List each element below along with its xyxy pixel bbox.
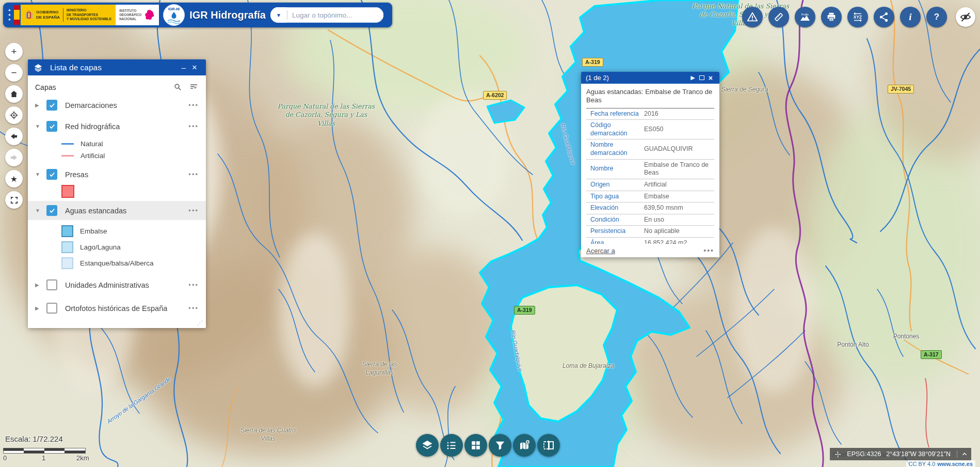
elevation-profile-button[interactable]: Profile xyxy=(795,7,815,27)
attribute-row: Elevación639,50 msnm xyxy=(586,203,714,214)
basemap-button[interactable] xyxy=(513,434,536,457)
layer-row-red-hidrografica[interactable]: ▼ Red hidrográfica ••• xyxy=(28,117,206,136)
layer-row-aguas-estancadas[interactable]: ▼ Aguas estancadas ••• xyxy=(28,201,206,220)
attribution-link[interactable]: www.scne.es xyxy=(937,461,973,467)
share-icon xyxy=(878,11,890,23)
legend-button[interactable] xyxy=(440,434,463,457)
epsg-label[interactable]: EPSG:4326 xyxy=(847,450,881,458)
layer-menu-dots[interactable]: ••• xyxy=(188,304,199,312)
panel-resize-grip[interactable]: ⋰ xyxy=(197,320,203,326)
layer-menu-dots[interactable]: ••• xyxy=(188,170,199,178)
panel-title: Lista de capas xyxy=(50,63,179,72)
attribute-row: Tipo aguaEmbalse xyxy=(586,191,714,203)
popup-close-button[interactable]: × xyxy=(706,74,715,82)
scale-bar xyxy=(3,448,86,454)
svg-text:XYZ: XYZ xyxy=(854,14,862,20)
info-button[interactable]: i xyxy=(900,7,921,27)
attribution: CC BY 4.0 www.scne.es xyxy=(906,460,975,467)
search-icon[interactable] xyxy=(173,83,182,91)
attr-value: GUADALQUIVIR xyxy=(644,145,693,153)
checkbox-ortofotos[interactable] xyxy=(46,303,57,314)
expander-icon[interactable]: ▶ xyxy=(35,305,46,311)
expander-icon[interactable]: ▼ xyxy=(35,208,46,213)
popup-feature-title: Aguas estancadas: Embalse de Tranco de B… xyxy=(586,88,714,108)
swipe-compare-button[interactable] xyxy=(537,434,560,457)
attribute-row: Código demarcaciónES050 xyxy=(586,120,714,139)
expander-icon[interactable]: ▼ xyxy=(35,123,46,129)
expander-icon[interactable]: ▼ xyxy=(35,172,46,177)
mouse-coordinates: 2°43’18”W 38°09’21”N xyxy=(886,450,951,458)
geolocate-button[interactable] xyxy=(5,106,23,124)
full-extent-button[interactable] xyxy=(5,191,23,209)
checkbox-aguas-estancadas[interactable] xyxy=(46,205,57,216)
capas-header-row: Capas xyxy=(28,82,206,96)
checkbox-presas[interactable] xyxy=(46,169,57,180)
attr-value: 2016 xyxy=(644,110,658,118)
scale-tick-2: 2km xyxy=(76,454,89,462)
road-badge-a317: A-317 xyxy=(921,350,942,359)
popup-menu-dots[interactable]: ••• xyxy=(703,246,714,255)
chevron-down-icon: ▼ xyxy=(276,12,281,18)
attr-label: Condición xyxy=(590,216,644,224)
attr-value: 639,50 msnm xyxy=(644,204,683,212)
checkbox-red-hidrografica[interactable] xyxy=(46,121,57,132)
checkbox-unidades[interactable] xyxy=(46,279,57,290)
coordinates-xyz-button[interactable]: XYZ xyxy=(847,7,868,27)
minimize-panel-button[interactable]: – xyxy=(179,64,189,71)
legend-item-artificial: Artificial xyxy=(28,150,206,162)
layer-menu-dots[interactable]: ••• xyxy=(188,101,199,109)
map-navigation-toolbar: + − ★ xyxy=(5,43,23,209)
divider xyxy=(63,8,63,22)
attr-label: Área xyxy=(590,239,644,244)
measure-button[interactable] xyxy=(768,7,789,27)
layer-menu-dots[interactable]: ••• xyxy=(188,122,199,130)
share-button[interactable] xyxy=(874,7,894,27)
layer-label: Red hidrográfica xyxy=(65,122,188,131)
brand-bar: ★★★ GOBIERNO DE ESPAÑA MINISTERIO DE TRA… xyxy=(3,3,392,27)
coat-of-arms-icon xyxy=(25,10,33,20)
filter-list-icon[interactable] xyxy=(189,83,199,91)
print-button[interactable] xyxy=(821,7,842,27)
layers-panel: Lista de capas – × Capas ▶ Demarcaciones… xyxy=(28,59,206,328)
attr-label: Nombre xyxy=(590,165,644,173)
zoom-in-button[interactable]: + xyxy=(5,43,23,60)
target-icon xyxy=(9,111,19,120)
legend-label: Lago/Laguna xyxy=(80,243,121,251)
popup-next-button[interactable]: ▶ xyxy=(688,74,697,81)
popup-header[interactable]: (1 de 2) ▶ × xyxy=(581,72,719,84)
forward-button[interactable] xyxy=(5,149,23,166)
layer-row-demarcaciones[interactable]: ▶ Demarcaciones ••• xyxy=(28,96,206,115)
layer-label: Ortofotos históricas de España xyxy=(65,304,188,313)
expander-icon[interactable]: ▶ xyxy=(35,282,46,288)
filter-button[interactable] xyxy=(489,434,511,457)
xyz-icon: XYZ xyxy=(852,11,864,23)
hide-ui-button[interactable] xyxy=(956,7,975,27)
bottom-toolbar xyxy=(416,434,560,457)
layer-row-unidades-administrativas[interactable]: ▶ Unidades Administrativas ••• xyxy=(28,275,206,294)
layer-menu-dots[interactable]: ••• xyxy=(188,207,199,214)
help-button[interactable]: ? xyxy=(926,7,947,27)
layers-switcher-button[interactable] xyxy=(416,434,439,457)
bookmarks-button[interactable]: ★ xyxy=(5,170,23,188)
modules-button[interactable] xyxy=(464,434,487,457)
expander-icon[interactable]: ▶ xyxy=(35,102,46,108)
legend-square-swatch xyxy=(61,185,74,198)
home-button[interactable] xyxy=(5,85,23,103)
back-button[interactable] xyxy=(5,128,23,145)
checkbox-demarcaciones[interactable] xyxy=(46,100,57,111)
layer-menu-dots[interactable]: ••• xyxy=(188,281,199,289)
gobierno-text: GOBIERNO DE ESPAÑA xyxy=(36,10,60,20)
popup-maximize-button[interactable] xyxy=(697,75,706,80)
layer-row-ortofotos[interactable]: ▶ Ortofotos históricas de España ••• xyxy=(28,299,206,318)
incidents-button[interactable] xyxy=(742,7,763,27)
search-type-dropdown[interactable]: ▼ xyxy=(270,7,287,23)
zoom-to-link[interactable]: Acercar a xyxy=(586,247,615,255)
layer-label: Demarcaciones xyxy=(65,101,188,110)
search-input[interactable] xyxy=(287,11,383,19)
layers-panel-header[interactable]: Lista de capas – × xyxy=(28,59,206,75)
zoom-out-button[interactable]: − xyxy=(5,64,23,82)
close-panel-button[interactable]: × xyxy=(189,63,200,72)
popup-body: Aguas estancadas: Embalse de Tranco de B… xyxy=(581,84,719,244)
statusbar-collapse-button[interactable] xyxy=(957,450,968,458)
layer-row-presas[interactable]: ▼ Presas ••• xyxy=(28,165,206,184)
